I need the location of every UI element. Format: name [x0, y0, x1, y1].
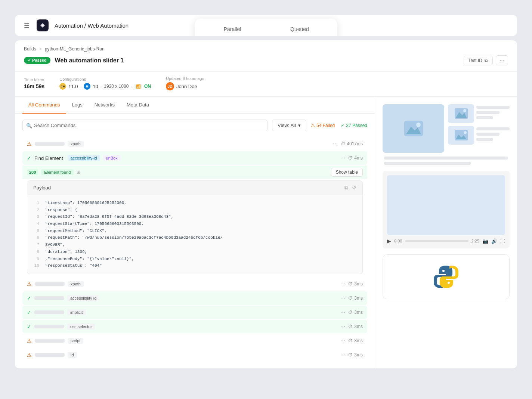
- stats-row: ⚠ 54 Failed ✓ 37 Passed: [311, 123, 367, 128]
- refresh-icon[interactable]: ↺: [352, 185, 356, 191]
- command-row[interactable]: ⚠ id ··· ⏱ 3ms: [22, 348, 367, 362]
- commands-panel: 🔍 View: All ▾ ⚠ 54 Failed: [15, 114, 375, 368]
- more-icon[interactable]: ···: [340, 295, 345, 301]
- image-lines: [383, 157, 510, 165]
- passed-badge: ✓ Passed: [24, 57, 50, 64]
- pass-icon: ✓: [27, 295, 31, 301]
- breadcrumb-separator: >: [39, 46, 42, 52]
- id-tag: id: [68, 352, 77, 358]
- command-row[interactable]: ⚠ script ··· ⏱ 3ms: [22, 334, 367, 347]
- clock-icon: ⏱: [341, 141, 345, 146]
- more-icon[interactable]: ···: [340, 323, 345, 330]
- meta-configs-value: CH 11.0 · ⊞ 10 · 1920 x 1080 · 📶 ON: [59, 83, 151, 90]
- find-element-label: Find Element: [34, 155, 63, 161]
- command-row[interactable]: ⚠ xpath ··· ⏱ 3ms: [22, 277, 367, 291]
- parallel-widget: Parallel 25/25 Queued 7/25: [195, 19, 337, 36]
- find-element-row[interactable]: ✓ Find Element accessibility-id urlBox ·…: [22, 151, 367, 165]
- code-line: 3 "requestId": "6a7eda28-9f5f-4add-82de-…: [33, 213, 356, 220]
- clock-icon: ⏱: [348, 352, 353, 358]
- passed-count: 37 Passed: [346, 123, 367, 128]
- fail-icon: ⚠: [27, 338, 32, 344]
- command-text-placeholder: [34, 296, 64, 300]
- accessibility-tag: accessibility id: [67, 295, 99, 301]
- more-icon[interactable]: ···: [340, 352, 345, 358]
- more-icon[interactable]: ···: [333, 140, 338, 147]
- more-icon[interactable]: ···: [340, 281, 345, 287]
- time-current: 0:00: [394, 239, 402, 243]
- find-element-section: ✓ Find Element accessibility-id urlBox ·…: [22, 151, 367, 274]
- more-icon[interactable]: ···: [340, 337, 345, 344]
- urlbox-tag: urlBox: [103, 155, 121, 161]
- breadcrumb: Builds > python-ML_Generic_jobs-Run: [24, 46, 508, 52]
- more-options-button[interactable]: ···: [496, 55, 508, 65]
- progress-bar[interactable]: [405, 240, 468, 242]
- fail-icon: ⚠: [27, 141, 32, 147]
- svg-point-2: [416, 123, 421, 127]
- app-logo: [37, 19, 49, 31]
- command-text-placeholder: [35, 339, 65, 343]
- failed-count: 54 Failed: [316, 123, 335, 128]
- user-name: John Doe: [176, 84, 197, 89]
- media-section: [383, 104, 510, 165]
- tab-logs[interactable]: Logs: [66, 97, 89, 114]
- meta-configurations: Configurations CH 11.0 · ⊞ 10 · 1920 x 1…: [59, 77, 151, 90]
- command-text-placeholder: [34, 325, 64, 328]
- copy-icon: ⧉: [485, 58, 488, 63]
- search-input[interactable]: [22, 120, 267, 131]
- title-left: ✓ Passed Web automation slider 1: [24, 57, 124, 64]
- camera-icon[interactable]: 📷: [482, 238, 488, 244]
- pass-icon: ✓: [27, 324, 31, 330]
- fullscreen-icon[interactable]: ⛶: [500, 238, 505, 244]
- expand-icon[interactable]: ⊞: [77, 170, 80, 175]
- command-row[interactable]: ⚠ xpath ··· ⏱ 4017ms: [22, 137, 367, 151]
- command-time: ⏱ 3ms: [348, 324, 363, 329]
- code-line: 4 "requestStartTime": 170566560031559350…: [33, 220, 356, 228]
- left-column: All Commands Logs Networks Meta Data 🔍: [15, 97, 375, 368]
- clock-icon: ⏱: [348, 296, 353, 301]
- breadcrumb-builds[interactable]: Builds: [24, 46, 36, 52]
- python-logo: [433, 264, 459, 290]
- element-found-label: Element found: [41, 169, 74, 175]
- more-icon[interactable]: ···: [340, 309, 345, 316]
- clock-icon: ⏱: [348, 281, 353, 287]
- preview-image-1: [383, 104, 444, 153]
- status-code-badge: 200: [27, 169, 38, 175]
- clock-icon: ⏱: [348, 324, 353, 329]
- pass-icon: ✓: [27, 155, 31, 161]
- on-status: ON: [144, 84, 151, 89]
- failed-stat: ⚠ 54 Failed: [311, 123, 335, 128]
- tab-meta-data[interactable]: Meta Data: [121, 97, 155, 114]
- preview-item-2: [448, 104, 510, 123]
- copy-icon[interactable]: ⧉: [344, 185, 348, 191]
- volume-icon[interactable]: 🔊: [491, 238, 497, 244]
- browser-version: 11.0: [68, 84, 78, 89]
- preview-grid-top: [383, 104, 510, 153]
- svg-point-10: [448, 282, 450, 284]
- command-time: ⏱ 3ms: [348, 310, 363, 315]
- command-time: ⏱ 3ms: [348, 281, 363, 287]
- code-line: 6 "requestPath": "/wd/hub/session/755e20…: [33, 234, 356, 241]
- user-avatar: JD: [166, 82, 174, 90]
- menu-button[interactable]: ☰: [22, 21, 31, 31]
- command-row[interactable]: ✓ css selector ··· ⏱ 3ms: [22, 320, 367, 333]
- payload-header: Payload ⧉ ↺: [27, 181, 362, 195]
- command-text-placeholder: [35, 353, 65, 357]
- clock-icon: ⏱: [348, 155, 353, 161]
- play-button[interactable]: ▶: [387, 238, 391, 244]
- two-col-layout: All Commands Logs Networks Meta Data 🔍: [15, 97, 517, 368]
- code-line: 1"timestamp": 1705665601625252000,: [33, 200, 356, 207]
- chevron-down-icon: ▾: [298, 123, 301, 128]
- tab-networks[interactable]: Networks: [89, 97, 121, 114]
- view-all-label: View: All: [278, 123, 296, 128]
- show-table-button[interactable]: Show table: [331, 168, 363, 177]
- tab-all-commands[interactable]: All Commands: [22, 97, 66, 114]
- view-all-button[interactable]: View: All ▾: [272, 120, 306, 131]
- meta-time-value: 16m 59s: [24, 83, 44, 89]
- parallel-item: Parallel 25/25: [210, 26, 255, 36]
- command-row[interactable]: ✓ implicit ··· ⏱ 3ms: [22, 306, 367, 319]
- svg-point-9: [442, 270, 445, 272]
- test-id-button[interactable]: Test ID ⧉: [464, 56, 493, 65]
- resolution: 1920 x 1080: [104, 84, 129, 89]
- find-element-more-icon[interactable]: ···: [340, 155, 345, 161]
- command-row[interactable]: ✓ accessibility id ··· ⏱ 3ms: [22, 291, 367, 305]
